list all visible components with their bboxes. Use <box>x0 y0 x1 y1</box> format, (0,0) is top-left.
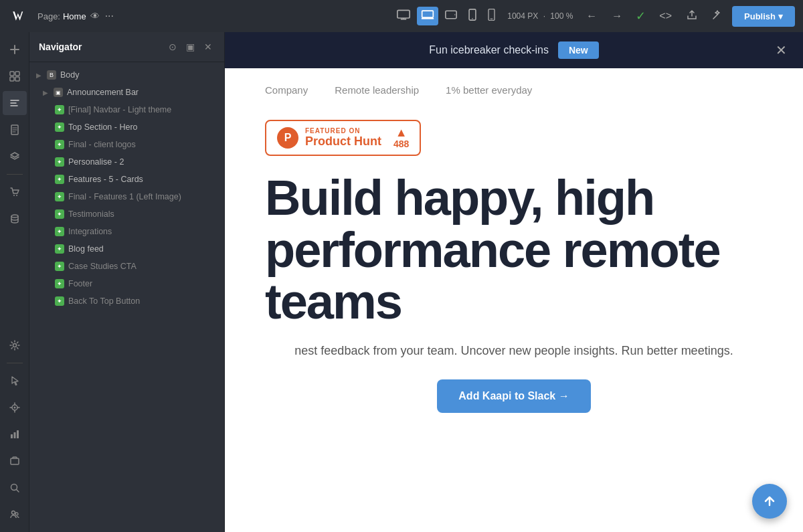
magic-btn[interactable] <box>707 7 728 25</box>
svg-point-3 <box>454 14 456 15</box>
svg-point-15 <box>11 215 18 217</box>
nav-item-testimonials[interactable]: ✦ Testimonials <box>29 205 224 223</box>
nav-item-top-section-hero[interactable]: ✦ Top Section - Hero <box>29 118 224 136</box>
cms-btn[interactable] <box>3 207 27 231</box>
more-options-icon[interactable]: ··· <box>105 10 114 22</box>
client-logos-label: Final - client logos <box>68 140 136 149</box>
navbar-label: [Final] Navbar - Light theme <box>68 105 171 114</box>
main-layout: Navigator ⊙ ▣ ✕ ▶ B Body ▶ ▣ Announcemen… <box>0 32 803 532</box>
product-hunt-badge[interactable]: P FEATURED ON Product Hunt ▲ 488 <box>265 120 421 156</box>
mobile-btn[interactable] <box>484 6 499 26</box>
page-name[interactable]: Home <box>63 11 86 21</box>
svg-point-25 <box>15 513 18 515</box>
nav-item-navbar[interactable]: ✦ [Final] Navbar - Light theme <box>29 101 224 118</box>
undo-btn[interactable]: ← <box>581 7 602 25</box>
navigator-tree: ▶ B Body ▶ ▣ Announcement Bar ✦ [Final] … <box>29 62 224 532</box>
navigator-header: Navigator ⊙ ▣ ✕ <box>29 32 224 62</box>
announcement-close-btn[interactable]: ✕ <box>776 42 787 58</box>
svg-rect-9 <box>15 72 19 76</box>
nav-company[interactable]: Company <box>265 84 308 96</box>
back-to-top-label: Back To Top Button <box>68 296 140 306</box>
navigator-layout-icon[interactable]: ▣ <box>183 40 197 54</box>
collaboration-btn[interactable] <box>3 503 27 527</box>
svg-rect-19 <box>11 434 13 438</box>
svg-rect-0 <box>397 10 410 18</box>
preview-navigation: Company Remote leadership 1% better ever… <box>225 68 803 106</box>
webflow-logo[interactable] <box>8 5 29 27</box>
nav-item-footer[interactable]: ✦ Footer <box>29 275 224 292</box>
ph-text-block: FEATURED ON Product Hunt <box>305 127 381 149</box>
svg-rect-10 <box>10 77 14 81</box>
final-features-label: Final - Features 1 (Left Image) <box>68 192 181 201</box>
nav-item-body[interactable]: ▶ B Body <box>29 66 224 84</box>
announcement-icon: ▣ <box>54 88 63 97</box>
layers-btn[interactable] <box>3 145 27 169</box>
left-toolbar <box>0 32 29 532</box>
add-element-btn[interactable] <box>3 37 27 62</box>
export-btn[interactable] <box>681 7 703 25</box>
desktop-device-btn[interactable] <box>393 7 414 25</box>
assets-btn[interactable] <box>3 449 27 473</box>
hero-section: P FEATURED ON Product Hunt ▲ 488 Build h… <box>225 106 803 532</box>
pages-btn[interactable] <box>3 118 27 142</box>
nav-remote-leadership[interactable]: Remote leadership <box>335 84 419 96</box>
visibility-icon[interactable]: 👁 <box>90 11 100 21</box>
final-features-icon: ✦ <box>55 192 64 201</box>
check-status-btn[interactable]: ✓ <box>632 6 650 26</box>
navigator-close-icon[interactable]: ✕ <box>201 40 215 54</box>
publish-button[interactable]: Publish ▾ <box>732 6 795 27</box>
hero-cta-button[interactable]: Add Kaapi to Slack → <box>437 379 590 413</box>
nav-better-everyday[interactable]: 1% better everyday <box>446 84 532 96</box>
canvas-area: Fun icebreaker check-ins New ✕ Company R… <box>225 32 803 532</box>
ph-vote-count: 488 <box>393 139 409 149</box>
navigator-panel: Navigator ⊙ ▣ ✕ ▶ B Body ▶ ▣ Announcemen… <box>29 32 225 532</box>
ph-votes: ▲ 488 <box>393 126 409 149</box>
preview-content: Company Remote leadership 1% better ever… <box>225 68 803 532</box>
ecommerce-btn[interactable] <box>3 180 27 204</box>
separator <box>7 174 23 175</box>
svg-rect-21 <box>17 430 19 438</box>
svg-point-5 <box>472 18 473 19</box>
nav-item-client-logos[interactable]: ✦ Final - client logos <box>29 136 224 153</box>
ph-featured-label: FEATURED ON <box>305 127 381 135</box>
features-cards-icon: ✦ <box>55 175 64 184</box>
announcement-bar-label: Announcement Bar <box>67 88 139 97</box>
nav-item-integrations[interactable]: ✦ Integrations <box>29 223 224 240</box>
inspect-tool-btn[interactable] <box>3 395 27 420</box>
nav-item-final-features[interactable]: ✦ Final - Features 1 (Left Image) <box>29 188 224 205</box>
nav-item-back-to-top[interactable]: ✦ Back To Top Button <box>29 292 224 310</box>
nav-item-features-cards[interactable]: ✦ Features - 5 - Cards <box>29 171 224 188</box>
svg-rect-20 <box>13 432 15 438</box>
back-to-top-icon: ✦ <box>55 296 64 306</box>
redo-btn[interactable]: → <box>606 7 628 25</box>
settings-btn[interactable] <box>3 333 27 357</box>
components-btn[interactable] <box>3 64 27 88</box>
laptop-device-btn[interactable] <box>417 7 438 25</box>
client-logos-icon: ✦ <box>55 140 64 149</box>
navigator-btn[interactable] <box>3 91 27 115</box>
ph-product-name: Product Hunt <box>305 135 381 149</box>
top-section-icon: ✦ <box>55 122 64 132</box>
hero-headline: Build happy, high performance remote tea… <box>265 172 763 328</box>
integrations-icon: ✦ <box>55 227 64 236</box>
analytics-btn[interactable] <box>3 422 27 446</box>
nav-item-blog-feed[interactable]: ✦ Blog feed <box>29 240 224 258</box>
nav-item-personalise[interactable]: ✦ Personalise - 2 <box>29 153 224 171</box>
search-btn[interactable] <box>3 476 27 500</box>
svg-rect-11 <box>15 77 19 81</box>
scroll-to-top-fab[interactable] <box>752 484 787 519</box>
body-label: Body <box>60 70 80 80</box>
svg-point-18 <box>13 407 15 409</box>
announcement-badge: New <box>558 41 599 59</box>
case-studies-label: Case Studies CTA <box>68 262 137 271</box>
nav-item-announcement-bar[interactable]: ▶ ▣ Announcement Bar <box>29 84 224 101</box>
select-tool-btn[interactable] <box>3 369 27 393</box>
tablet-portrait-btn[interactable] <box>464 6 481 26</box>
nav-item-case-studies[interactable]: ✦ Case Studies CTA <box>29 258 224 275</box>
code-btn[interactable]: <> <box>654 7 677 25</box>
tablet-landscape-btn[interactable] <box>441 7 461 25</box>
announcement-modal: Fun icebreaker check-ins New ✕ <box>225 32 803 68</box>
navigator-collapse-all-icon[interactable]: ⊙ <box>166 40 179 54</box>
svg-rect-1 <box>422 11 434 17</box>
toolbar-actions: ← → ✓ <> Publish ▾ <box>581 6 795 27</box>
